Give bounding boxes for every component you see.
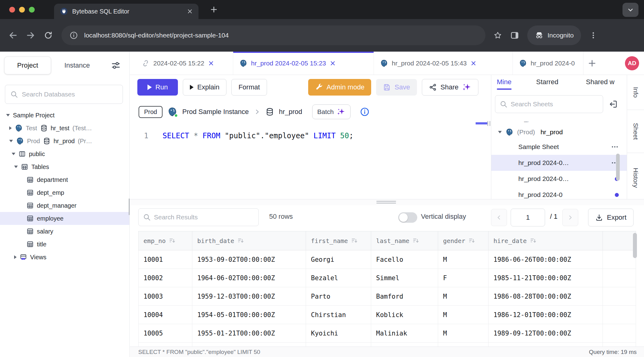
column-header-hire_date[interactable]: hire_date (489, 231, 603, 250)
tree-item-Views[interactable]: Views (0, 251, 129, 264)
tree-item-Tables[interactable]: Tables (0, 160, 129, 173)
panel-resize-handle[interactable] (487, 121, 490, 126)
editor-tab[interactable]: hr_prod 2024-0 (513, 52, 583, 75)
table-cell[interactable]: Parto (306, 287, 371, 306)
tree-item-title[interactable]: title (0, 238, 129, 251)
instance-name[interactable]: Prod Sample Instance (182, 108, 249, 116)
side-tab-sheet[interactable]: Sheet (627, 110, 644, 153)
tree-item-public[interactable]: public (0, 147, 129, 160)
results-search-input[interactable] (154, 214, 254, 221)
sheet-tab-shared-w[interactable]: Shared w (586, 78, 615, 86)
sheet-item[interactable]: hr_prod 2024-0… (491, 155, 627, 171)
table-cell[interactable]: M (438, 306, 489, 324)
format-button[interactable]: Format (231, 79, 267, 96)
caret-down-icon[interactable] (498, 131, 502, 133)
table-cell[interactable]: 1953-04-20T00:00:00Z (192, 343, 306, 347)
table-cell[interactable]: F (438, 269, 489, 287)
table-cell[interactable]: 1959-12-03T00:00:00Z (192, 287, 306, 306)
side-tab-history[interactable]: History (627, 153, 644, 203)
close-tab-icon[interactable] (330, 60, 336, 66)
page-number-input[interactable] (511, 209, 545, 226)
table-cell[interactable]: Anneke (306, 343, 371, 347)
url-bar[interactable]: localhost:8080/sql-editor/sheet/project-… (61, 26, 485, 45)
close-tab-icon[interactable] (470, 60, 477, 66)
sheet-item-clipped[interactable]: hr_prod 2024-0… (491, 122, 627, 125)
sort-icon[interactable] (169, 237, 176, 244)
table-cell[interactable]: Chirstian (306, 306, 371, 324)
sort-icon[interactable] (412, 237, 419, 244)
tree-item-dept_manager[interactable]: dept_manager (0, 199, 129, 212)
sql-editor[interactable]: 1 SELECT * FROM "public"."employee" LIMI… (130, 125, 478, 199)
table-cell[interactable]: 1964-06-02T00:00:00Z (192, 269, 306, 287)
tree-item-Sample Project[interactable]: Sample Project (0, 109, 129, 122)
browser-menu-icon[interactable] (589, 31, 598, 40)
caret-right-icon[interactable] (14, 255, 17, 259)
maximize-window-button[interactable] (29, 7, 35, 13)
table-cell[interactable]: Bezalel (306, 269, 371, 287)
tree-item-department[interactable]: department (0, 173, 129, 186)
close-tab-icon[interactable] (187, 8, 193, 14)
table-cell[interactable]: 10004 (139, 306, 192, 324)
table-cell[interactable]: 1954-05-01T00:00:00Z (192, 306, 306, 324)
tree-item-employee[interactable]: employee (0, 212, 129, 225)
results-table-scrollbar[interactable] (633, 233, 637, 258)
table-cell[interactable]: 10001 (139, 250, 192, 269)
table-cell[interactable]: Facello (371, 250, 438, 269)
database-search-input[interactable] (22, 91, 118, 98)
database-search-box[interactable] (5, 85, 123, 104)
table-cell[interactable]: Bamford (371, 287, 438, 306)
share-button[interactable]: Share (422, 79, 479, 96)
close-window-button[interactable] (9, 7, 15, 13)
table-cell[interactable]: M (438, 287, 489, 306)
forward-button[interactable] (26, 30, 36, 40)
table-cell[interactable]: 1986-12-01T00:00:00Z (489, 306, 603, 324)
table-row[interactable]: 100051955-01-21T00:00:00ZKyoichiMaliniak… (139, 324, 636, 343)
tab-instance[interactable]: Instance (51, 57, 103, 74)
side-panel-icon[interactable] (510, 31, 519, 40)
sort-icon[interactable] (530, 237, 537, 244)
filter-settings-icon[interactable] (111, 60, 121, 71)
back-button[interactable] (8, 30, 18, 40)
table-cell[interactable]: Georgi (306, 250, 371, 269)
table-cell[interactable]: M (438, 250, 489, 269)
close-tab-icon[interactable] (208, 60, 214, 66)
sheet-item[interactable]: Sample Sheet (491, 139, 627, 155)
batch-button[interactable]: Batch (312, 104, 351, 119)
sheet-item[interactable]: hr_prod 2024-0… (491, 171, 627, 187)
save-button[interactable]: Save (376, 79, 417, 96)
table-row[interactable]: 100031959-12-03T00:00:00ZPartoBamfordM19… (139, 287, 636, 306)
table-cell[interactable]: 1989-09-12T00:00:00Z (489, 324, 603, 343)
export-button[interactable]: Export (588, 209, 634, 226)
table-cell[interactable]: Preusig (371, 343, 438, 347)
table-cell[interactable]: 1989-06-02T00:00:00Z (489, 343, 603, 347)
tree-item-hr_test[interactable]: Testhr_test (Test… (0, 122, 129, 135)
previous-page-button[interactable] (491, 209, 507, 226)
table-cell[interactable]: 1953-09-02T00:00:00Z (192, 250, 306, 269)
reload-button[interactable] (44, 31, 53, 40)
tree-item-salary[interactable]: salary (0, 225, 129, 238)
editor-tab[interactable]: hr_prod 2024-02-05 15:23 (233, 52, 374, 75)
import-sheet-icon[interactable] (609, 100, 618, 109)
database-name[interactable]: hr_prod (279, 108, 302, 116)
url-text[interactable]: localhost:8080/sql-editor/sheet/project-… (84, 32, 229, 39)
next-page-button[interactable] (562, 209, 578, 226)
sheet-item[interactable]: hr_prod 2024-0 (491, 187, 627, 199)
sheet-tab-starred[interactable]: Starred (536, 78, 558, 86)
table-cell[interactable]: F (438, 343, 489, 347)
table-cell[interactable]: 1985-11-21T00:00:00Z (489, 269, 603, 287)
caret-down-icon[interactable] (6, 114, 10, 116)
vertical-display-toggle[interactable] (398, 212, 417, 223)
sheet-group[interactable]: (Prod) hr_prod (491, 125, 627, 139)
table-cell[interactable]: 10005 (139, 324, 192, 343)
sheet-search-input[interactable] (511, 100, 599, 108)
caret-right-icon[interactable] (9, 126, 12, 130)
sort-icon[interactable] (351, 237, 358, 244)
table-cell[interactable]: Maliniak (371, 324, 438, 343)
column-header-birth_date[interactable]: birth_date (192, 231, 306, 250)
table-row[interactable]: 100011953-09-02T00:00:00ZGeorgiFacelloM1… (139, 250, 636, 269)
table-cell[interactable]: Kyoichi (306, 324, 371, 343)
tab-project[interactable]: Project (4, 57, 51, 74)
explain-button[interactable]: Explain (183, 79, 226, 96)
sheet-list-scrollbar[interactable] (616, 154, 620, 181)
sheet-search-box[interactable] (495, 95, 603, 113)
